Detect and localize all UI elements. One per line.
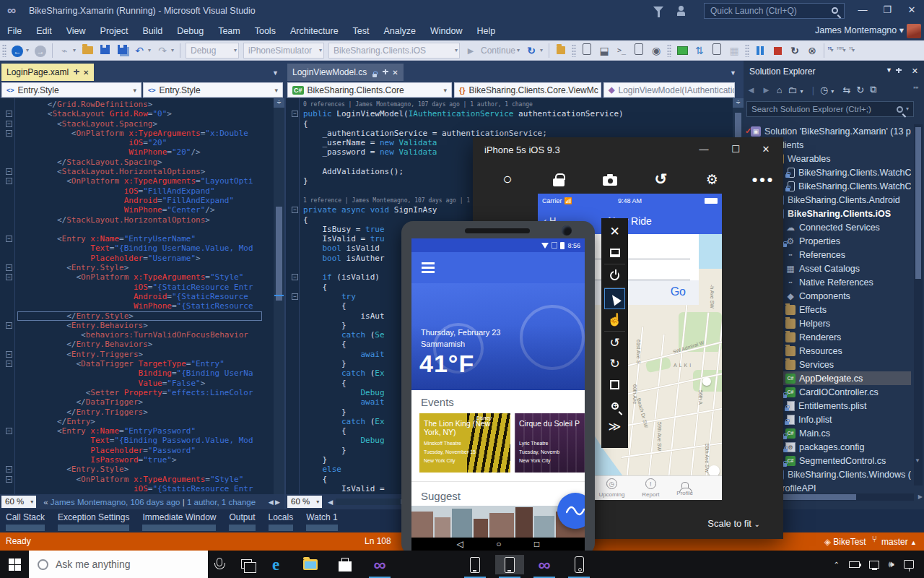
fold-collapse-icon[interactable]: − [6, 236, 12, 242]
forward-icon[interactable]: ► [762, 85, 771, 95]
emulator-phone-active-icon[interactable] [495, 555, 524, 574]
map-pin[interactable] [702, 377, 711, 386]
file-explorer-icon[interactable] [296, 555, 325, 574]
pin-icon[interactable] [382, 69, 388, 76]
deploy-icon[interactable]: ⬓ [597, 43, 611, 58]
project-badge[interactable]: ◈ BikeTest [824, 537, 866, 547]
solution-platform-select[interactable]: iPhoneSimulator▾ [243, 43, 324, 59]
restart-debug-icon[interactable]: ↻ [788, 43, 802, 58]
maximize-button[interactable]: ❐ [875, 0, 899, 20]
lock-icon[interactable] [549, 170, 568, 189]
home-circle-icon[interactable]: ○ [498, 170, 517, 189]
volume-icon[interactable]: 🕪 [889, 558, 894, 570]
sync-icon[interactable]: ⇆ [842, 85, 850, 95]
solution-configuration-select[interactable]: Debug▾ [186, 43, 239, 59]
edge-icon[interactable]: e [261, 555, 290, 574]
fold-collapse-icon[interactable]: − [292, 111, 298, 117]
battery-icon[interactable] [849, 561, 860, 568]
menu-window[interactable]: Window [423, 22, 469, 40]
restart-icon[interactable]: ↻ [524, 43, 539, 58]
panel-tab-output[interactable]: Output [229, 512, 255, 532]
home-icon[interactable]: ○ [496, 539, 501, 549]
panel-tab-exception-settings[interactable]: Exception Settings [58, 512, 129, 532]
menu-build[interactable]: Build [135, 22, 170, 40]
recents-icon[interactable]: □ [534, 539, 539, 549]
zoom-level[interactable]: 60 % [287, 496, 313, 508]
refresh-icon[interactable]: ↻ [856, 85, 864, 95]
pending-changes-icon[interactable]: ◷▾ [820, 85, 837, 95]
hscroll-arrows[interactable]: ◀ ▶ [269, 499, 280, 506]
startup-project-select[interactable]: BikeSharing.Clients.iOS▾ [328, 43, 460, 59]
menu-file[interactable]: File [0, 22, 29, 40]
scale-to-fit-control[interactable]: Scale to fit ⌄ [707, 518, 760, 529]
menu-test[interactable]: Test [346, 22, 377, 40]
breadcrumb-namespace[interactable]: {} BikeSharing.Clients.Core.ViewMc▾ [454, 82, 601, 98]
menu-analyze[interactable]: Analyze [377, 22, 423, 40]
navigate-forward-icon[interactable]: → [33, 43, 48, 58]
cortana-search-input[interactable]: Ask me anything [29, 551, 208, 578]
navigate-backward-icon[interactable]: ← [10, 43, 25, 58]
fold-collapse-icon[interactable]: − [6, 264, 12, 271]
event-card-cirque[interactable]: Cirque du Soleil P Lyric Theatre Tuesday… [515, 413, 585, 473]
pin-icon[interactable] [73, 69, 79, 76]
rotate-left-icon[interactable]: ↺ [604, 332, 625, 353]
zoom-level[interactable]: 60 % [1, 496, 27, 508]
device-icon[interactable] [580, 43, 594, 58]
power-icon[interactable] [604, 265, 625, 286]
fold-collapse-icon[interactable]: − [6, 111, 12, 117]
fold-collapse-icon[interactable]: − [6, 168, 12, 175]
device-list-icon[interactable] [710, 43, 724, 58]
rotate-icon[interactable]: ↺ [651, 170, 670, 189]
minimize-button[interactable]: — [691, 140, 717, 159]
vertical-scrollbar[interactable]: ÷ [274, 98, 284, 494]
iphone-device-icon[interactable] [565, 555, 593, 574]
zoom-dropdown-icon[interactable]: ▾ [313, 496, 322, 508]
minimize-icon[interactable] [604, 242, 625, 263]
more-ellipsis-icon[interactable]: ●●● [754, 170, 772, 189]
git-branch-badge[interactable]: master ▲ [872, 536, 917, 547]
ios-tab-profile[interactable]: Profile [676, 476, 693, 500]
fold-collapse-icon[interactable]: − [6, 322, 12, 329]
xaml-editor-surface[interactable]: </Grid.RowDefinitions> <StackLayout Grid… [0, 98, 274, 494]
show-stacks-icon[interactable]: ”” [837, 45, 843, 56]
event-card-lion-king[interactable]: Disney The Lion King (New York, NY) Mins… [419, 413, 510, 473]
switch-views-icon[interactable]: 🗀▾ [788, 85, 806, 95]
panel-tab-locals[interactable]: Locals [269, 512, 294, 532]
fold-collapse-icon[interactable]: − [6, 361, 12, 367]
open-file-icon[interactable] [80, 43, 95, 58]
avatar[interactable] [907, 24, 921, 38]
breadcrumb-project[interactable]: C# BikeSharing.Clients.Core▾ [287, 82, 452, 98]
solution-search-input[interactable]: Search Solution Explorer (Ctrl+;) ▾ [746, 101, 914, 117]
maximize-button[interactable]: ☐ [723, 140, 749, 159]
splitter-icon[interactable]: ÷ [274, 98, 284, 108]
stop-icon[interactable] [770, 43, 785, 58]
collapse-all-icon[interactable]: ⧉ [870, 84, 876, 95]
console-icon[interactable]: >_ [614, 43, 629, 58]
close-tab-icon[interactable]: ✕ [83, 69, 89, 77]
menu-debug[interactable]: Debug [170, 22, 211, 40]
rotate-right-icon[interactable]: ↻ [604, 353, 625, 374]
fold-collapse-icon[interactable]: − [6, 130, 12, 137]
menu-tools[interactable]: Tools [248, 22, 283, 40]
tab-list-dropdown-icon[interactable]: ▼ [730, 69, 736, 77]
pause-icon[interactable] [753, 43, 767, 58]
home-icon[interactable]: ⌂ [777, 85, 783, 95]
cursor-icon[interactable] [604, 288, 625, 309]
menu-team[interactable]: Team [211, 22, 248, 40]
title-bar[interactable]: ∞ BikeSharing.Xamarin (Running) - Micros… [0, 0, 924, 22]
emulator-phone-icon[interactable] [461, 555, 489, 574]
hscroll-left-arrow[interactable]: ◀ [328, 499, 333, 506]
breadcrumb-member[interactable]: ◆ LoginViewModel(IAuthenticatior▾ [603, 82, 735, 98]
microphone-icon[interactable] [217, 558, 222, 566]
menu-architecture[interactable]: Architecture [283, 22, 346, 40]
menu-edit[interactable]: Edit [29, 22, 59, 40]
stop-all-icon[interactable]: ⊗ [805, 43, 819, 58]
fold-collapse-icon[interactable]: − [6, 351, 12, 358]
fit-screen-icon[interactable] [604, 374, 625, 395]
start-button[interactable] [9, 558, 21, 571]
menu-help[interactable]: Help [469, 22, 502, 40]
ios-tab-report[interactable]: !Report [642, 476, 659, 500]
zoom-icon[interactable] [604, 395, 625, 416]
continue-icon[interactable]: ▶ [463, 43, 478, 58]
tree-vertical-scrollbar[interactable]: ▼ [914, 124, 923, 486]
